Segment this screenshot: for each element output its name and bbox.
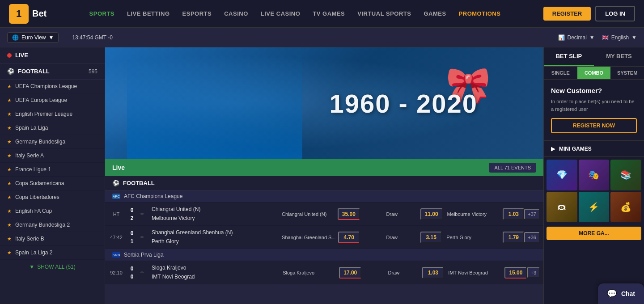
mini-game-card[interactable]: 🎟 (547, 192, 577, 223)
chat-label: Chat (621, 290, 635, 297)
serbia-league-name: Serbia Prva Liga (124, 252, 164, 258)
sidebar-football[interactable]: ⚽ FOOTBALL 595 (0, 63, 105, 80)
euro-view-selector[interactable]: 🌐 Euro View ▼ (7, 32, 59, 43)
login-button[interactable]: LOG IN (595, 6, 635, 21)
register-now-button[interactable]: REGISTER NOW (551, 118, 637, 133)
mini-game-card[interactable]: 📚 (610, 160, 641, 190)
nav-virtual-sports[interactable]: VIRTUAL SPORTS (357, 10, 411, 17)
league-label: UEFA Europa League (15, 97, 67, 103)
language-selector[interactable]: 🇬🇧 English ▼ (602, 34, 637, 41)
mini-game-card[interactable]: 🎭 (579, 160, 610, 190)
table-row: HT 0 2 ✏ Chiangrai United (N) Melbourne … (105, 203, 543, 226)
sidebar-item-laliga[interactable]: ★ Spain La Liga (0, 121, 105, 135)
match-score: 0 0 (127, 265, 136, 281)
odds-team1-button[interactable]: 35.00 (338, 208, 360, 220)
sidebar-item-copa-lib[interactable]: ★ Copa Libertadores (0, 190, 105, 204)
odds-draw-button[interactable]: 3.15 (420, 232, 442, 243)
nav-live-betting[interactable]: LIVE BETTING (127, 10, 170, 17)
more-odds-button[interactable]: +3 (527, 267, 540, 278)
sidebar-live-section: LIVE (0, 47, 105, 63)
nav-sports[interactable]: SPORTS (89, 10, 114, 17)
sidebar-item-seriea[interactable]: ★ Italy Serie A (0, 149, 105, 163)
sidebar-item-serieb[interactable]: ★ Italy Serie B (0, 232, 105, 246)
show-all-button[interactable]: ▼ SHOW ALL (51) (0, 260, 105, 274)
player-figure (127, 52, 302, 159)
language-label: English (611, 34, 629, 41)
league-label: UEFA Champions League (15, 83, 77, 89)
banner-years: 1960 - 2020 (329, 89, 478, 118)
odds-team1-button[interactable]: 4.70 (338, 232, 360, 243)
all-events-button[interactable]: ALL 71 EVENTS (489, 163, 536, 173)
mini-game-card[interactable]: ⚡ (579, 192, 610, 223)
play-icon: ▶ (551, 145, 555, 152)
odds-draw-name: Draw (361, 211, 419, 217)
odds-team1-name: Chiangrai United (N) (278, 211, 337, 217)
star-icon: ★ (7, 153, 12, 159)
sidebar-item-laliga2[interactable]: ★ Spain La Liga 2 (0, 246, 105, 260)
star-icon: ★ (7, 236, 12, 242)
more-odds-button[interactable]: +36 (524, 232, 540, 243)
nav-tv-games[interactable]: TV GAMES (313, 10, 345, 17)
sidebar-item-copa-sud[interactable]: ★ Copa Sudamericana (0, 177, 105, 190)
mini-game-card[interactable]: 💎 (547, 160, 577, 190)
decimal-label: Decimal (568, 34, 587, 41)
new-customer-title: New Customer? (551, 87, 637, 94)
match-time: 47:42 (105, 235, 127, 240)
odds-team2-name: Perth Glory (443, 235, 502, 240)
system-tab[interactable]: SYSTEM (610, 67, 644, 79)
mini-games-grid: 💎 🎭 📚 🎟 ⚡ 💰 (544, 157, 644, 225)
odds-team2-button[interactable]: 1.79 (503, 232, 524, 243)
odds-team2-button[interactable]: 15.00 (504, 267, 527, 279)
live-section-header: Live ALL 71 EVENTS (105, 159, 543, 176)
sidebar-item-ligue1[interactable]: ★ France Ligue 1 (0, 163, 105, 177)
football-section-header: ⚽ FOOTBALL (105, 176, 543, 190)
team1-name: Shanghai Greenland Shenhua (N) (152, 228, 275, 237)
match-teams: Shanghai Greenland Shenhua (N) Perth Glo… (148, 228, 278, 245)
mini-game-card[interactable]: 💰 (610, 192, 641, 223)
combo-tab[interactable]: COMBO (577, 67, 611, 79)
more-odds-button[interactable]: +37 (524, 209, 540, 220)
logo-icon: 1 (9, 4, 29, 24)
new-customer-text: In order to place bet(s) you need to be … (551, 98, 637, 113)
league-label: English Premier League (15, 111, 72, 117)
chat-widget[interactable]: 💬 Chat (598, 283, 644, 304)
more-games-button[interactable]: MORE GA... (547, 227, 641, 240)
time-display: 13:47:54 GMT -0 (72, 34, 113, 41)
odds-team2-button[interactable]: 1.03 (503, 208, 524, 220)
odds-draw-button[interactable]: 1.03 (422, 267, 444, 279)
match-teams: Chiangrai United (N) Melbourne Victory (148, 205, 278, 222)
team2-name: Perth Glory (152, 237, 275, 246)
match-score: 0 2 (127, 206, 136, 222)
sidebar-item-ucl[interactable]: ★ UEFA Champions League (0, 80, 105, 93)
main-layout: LIVE ⚽ FOOTBALL 595 ★ UEFA Champions Lea… (0, 47, 644, 304)
sidebar-item-fa-cup[interactable]: ★ English FA Cup (0, 204, 105, 218)
odds-team1-button[interactable]: 17.00 (339, 267, 361, 279)
chevron-down-icon: ▼ (48, 34, 54, 41)
nav-live-casino[interactable]: LIVE CASINO (261, 10, 301, 17)
nav-esports[interactable]: ESPORTS (182, 10, 212, 17)
sidebar-item-bundesliga2[interactable]: ★ Germany Bundesliga 2 (0, 218, 105, 232)
odds-draw-name: Draw (362, 270, 421, 275)
nav-promotions[interactable]: PROMOTIONS (459, 10, 501, 17)
odds-group: Sloga Kraljevo 17.00 Draw 1.03 IMT Novi … (279, 267, 527, 279)
sidebar-football-left: ⚽ FOOTBALL (7, 68, 50, 75)
edit-icon: ✏ (136, 235, 148, 240)
chevron-down-icon: ▼ (29, 264, 34, 270)
star-icon: ★ (7, 208, 12, 214)
nav-games[interactable]: GAMES (424, 10, 446, 17)
odds-group: Chiangrai United (N) 35.00 Draw 11.00 Me… (278, 208, 524, 220)
my-bets-tab[interactable]: MY BETS (594, 47, 644, 66)
afc-league-header: AFC AFC Champions League (105, 190, 543, 203)
right-panel: BET SLIP MY BETS SINGLE COMBO SYSTEM New… (543, 47, 644, 304)
sidebar-item-epl[interactable]: ★ English Premier League (0, 107, 105, 121)
league-label: Spain La Liga (15, 125, 48, 131)
nav-casino[interactable]: CASINO (224, 10, 248, 17)
sidebar-item-uel[interactable]: ★ UEFA Europa League (0, 93, 105, 107)
single-tab[interactable]: SINGLE (544, 67, 577, 79)
bet-slip-tab[interactable]: BET SLIP (544, 47, 594, 66)
sidebar-item-bundesliga[interactable]: ★ Germany Bundesliga (0, 135, 105, 149)
odds-draw-button[interactable]: 11.00 (420, 208, 443, 220)
banner: 🎀 1960 - 2020 (105, 47, 543, 159)
decimal-selector[interactable]: 📊 Decimal ▼ (558, 34, 595, 41)
register-button[interactable]: REGISTER (543, 7, 591, 21)
